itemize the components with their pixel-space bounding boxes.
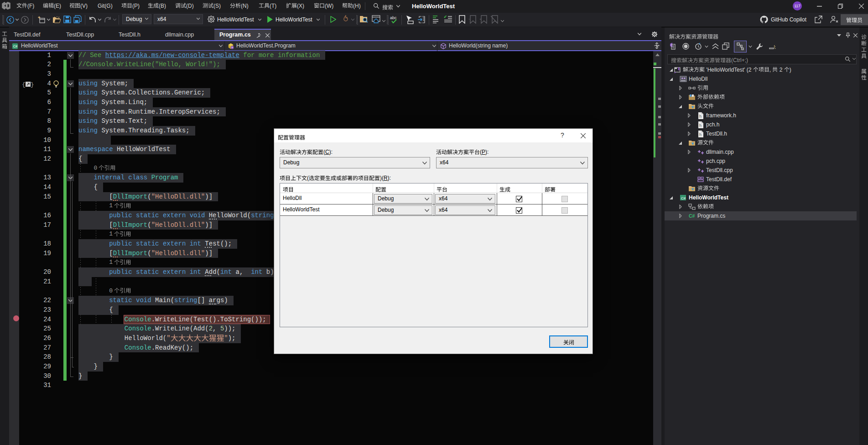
svg-text:C#: C# [689, 213, 695, 219]
svg-text:C#: C# [13, 44, 18, 48]
svg-text:abc: abc [390, 16, 397, 20]
svg-text:C#: C# [681, 196, 686, 200]
svg-text:h: h [699, 114, 702, 119]
svg-text:h: h [699, 123, 702, 128]
svg-text:h: h [699, 132, 702, 137]
